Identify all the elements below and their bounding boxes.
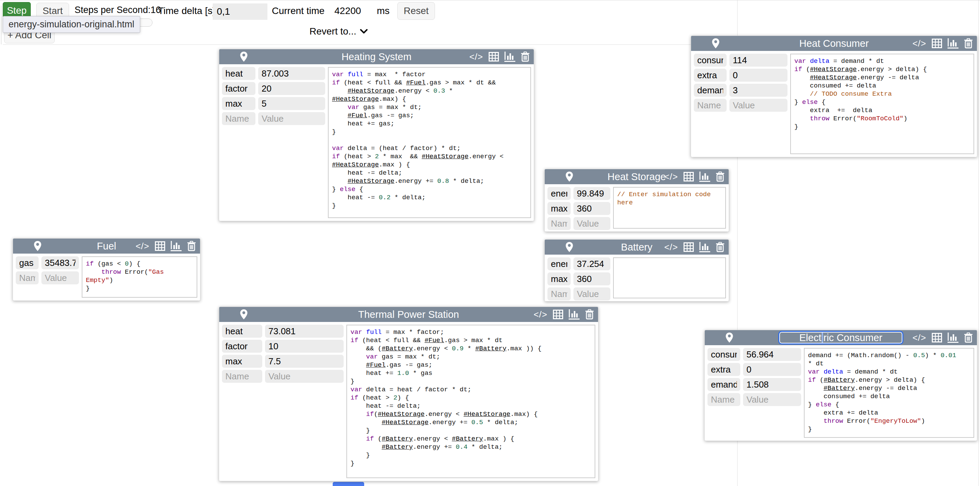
code-view-icon[interactable]: </> <box>664 172 678 182</box>
location-pin-icon[interactable] <box>565 241 573 253</box>
variable-name-input[interactable] <box>694 99 727 112</box>
trash-icon[interactable] <box>521 52 530 62</box>
cell-title[interactable]: Thermal Power Station <box>358 309 459 320</box>
variable-name-input[interactable] <box>694 84 727 97</box>
menu-icon[interactable] <box>710 334 720 342</box>
chart-view-icon[interactable] <box>948 38 958 49</box>
partial-blue-button[interactable] <box>333 482 364 486</box>
code-editor[interactable]: if (gas < 0) { throw Error("GasEmpty")} <box>82 256 197 298</box>
cell-title[interactable]: Heat Storage <box>608 171 666 183</box>
table-view-icon[interactable] <box>684 172 694 181</box>
trash-icon[interactable] <box>716 242 725 252</box>
revert-dropdown[interactable]: Revert to... <box>309 26 368 37</box>
variable-value-input[interactable] <box>258 112 325 125</box>
table-view-icon[interactable] <box>155 241 165 251</box>
variable-value-input[interactable] <box>573 272 610 285</box>
code-view-icon[interactable]: </> <box>912 38 926 49</box>
variable-name-input[interactable] <box>708 363 740 376</box>
table-view-icon[interactable] <box>684 242 694 252</box>
variable-value-input[interactable] <box>258 67 325 80</box>
variable-value-input[interactable] <box>41 256 79 269</box>
menu-icon[interactable] <box>224 53 234 61</box>
cell-title[interactable]: Heating System <box>342 51 412 62</box>
code-editor[interactable]: var full = max * factorif (heat < full &… <box>328 67 531 218</box>
variable-value-input[interactable] <box>729 99 788 112</box>
variable-name-input[interactable] <box>547 257 571 270</box>
table-view-icon[interactable] <box>932 39 942 48</box>
cell-title[interactable]: Heat Consumer <box>799 38 869 49</box>
variable-value-input[interactable] <box>265 340 344 353</box>
variable-value-input[interactable] <box>573 217 610 230</box>
chart-view-icon[interactable] <box>569 309 579 319</box>
cell-header[interactable]: Thermal Power Station </> <box>219 307 598 322</box>
location-pin-icon[interactable] <box>725 332 733 343</box>
variable-value-input[interactable] <box>258 97 325 110</box>
code-view-icon[interactable]: </> <box>664 242 678 253</box>
variable-name-input[interactable] <box>708 393 740 406</box>
variable-name-input[interactable] <box>222 97 255 110</box>
code-editor[interactable]: // Enter simulation codehere <box>613 187 726 229</box>
code-editor[interactable]: demand += (Math.random() - 0.5) * 0.01* … <box>804 348 974 438</box>
code-view-icon[interactable]: </> <box>533 309 547 320</box>
chart-view-icon[interactable] <box>504 52 515 62</box>
variable-name-input[interactable] <box>222 67 255 80</box>
variable-name-input[interactable] <box>222 340 262 353</box>
variable-value-input[interactable] <box>573 187 610 200</box>
menu-icon[interactable] <box>18 242 28 250</box>
variable-name-input[interactable] <box>547 272 571 285</box>
table-view-icon[interactable] <box>932 333 942 343</box>
time-delta-input[interactable] <box>213 3 267 20</box>
variable-value-input[interactable] <box>743 363 801 376</box>
variable-value-input[interactable] <box>41 272 79 284</box>
menu-icon[interactable] <box>549 173 560 181</box>
cell-header[interactable]: Fuel </> <box>13 238 200 254</box>
variable-value-input[interactable] <box>265 325 344 338</box>
variable-value-input[interactable] <box>729 54 788 67</box>
reset-button[interactable]: Reset <box>397 2 435 20</box>
variable-name-input[interactable] <box>222 325 262 338</box>
chart-view-icon[interactable] <box>699 172 710 182</box>
chart-view-icon[interactable] <box>948 332 958 343</box>
variable-name-input[interactable] <box>16 272 39 284</box>
variable-name-input[interactable] <box>708 378 740 391</box>
location-pin-icon[interactable] <box>711 38 720 49</box>
variable-name-input[interactable] <box>222 370 262 383</box>
variable-value-input[interactable] <box>573 202 610 215</box>
variable-value-input[interactable] <box>265 370 344 383</box>
location-pin-icon[interactable] <box>33 241 42 251</box>
variable-name-input[interactable] <box>708 348 740 361</box>
cell-title[interactable]: Electric Consumer <box>778 331 904 345</box>
variable-value-input[interactable] <box>743 348 801 361</box>
trash-icon[interactable] <box>187 241 196 251</box>
cell-header[interactable]: Heat Storage </> <box>545 169 729 184</box>
variable-name-input[interactable] <box>547 217 571 230</box>
cell-title[interactable]: Fuel <box>97 241 116 252</box>
cell-header[interactable]: Electric Consumer </> <box>705 330 977 345</box>
variable-name-input[interactable] <box>16 256 39 269</box>
code-editor[interactable]: var delta = demand * dtif (#HeatStorage.… <box>790 54 974 154</box>
variable-value-input[interactable] <box>743 393 801 406</box>
table-view-icon[interactable] <box>553 310 563 319</box>
trash-icon[interactable] <box>585 309 594 319</box>
code-view-icon[interactable]: </> <box>912 332 926 343</box>
variable-value-input[interactable] <box>258 82 325 95</box>
location-pin-icon[interactable] <box>240 309 248 320</box>
trash-icon[interactable] <box>964 332 973 343</box>
variable-value-input[interactable] <box>729 84 788 97</box>
chart-view-icon[interactable] <box>699 242 710 252</box>
variable-name-input[interactable] <box>694 69 727 82</box>
variable-name-input[interactable] <box>547 287 571 300</box>
trash-icon[interactable] <box>964 38 973 49</box>
code-editor[interactable]: var full = max * factor;if (heat < full … <box>346 325 595 478</box>
cell-title[interactable]: Battery <box>621 241 652 253</box>
location-pin-icon[interactable] <box>240 51 248 62</box>
variable-name-input[interactable] <box>547 202 571 215</box>
variable-name-input[interactable] <box>222 82 255 95</box>
variable-name-input[interactable] <box>547 187 571 200</box>
code-editor[interactable] <box>613 257 726 299</box>
menu-icon[interactable] <box>224 311 234 319</box>
variable-name-input[interactable] <box>694 54 727 67</box>
cell-header[interactable]: Heat Consumer </> <box>691 36 977 51</box>
variable-value-input[interactable] <box>573 257 610 270</box>
trash-icon[interactable] <box>716 172 725 182</box>
